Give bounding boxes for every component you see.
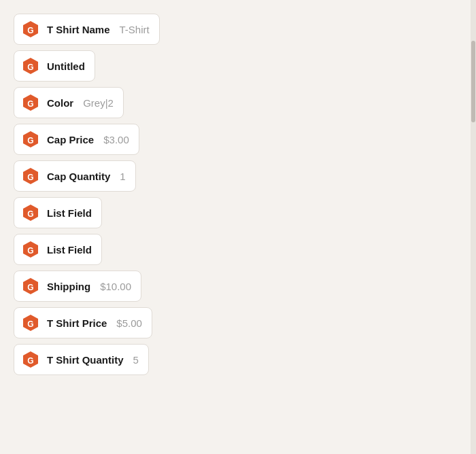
field-item-untitled[interactable]: G Untitled	[14, 50, 95, 82]
svg-text:G: G	[27, 63, 33, 72]
field-label-shipping: Shipping	[47, 281, 90, 292]
field-icon-untitled: G	[21, 56, 40, 75]
field-icon-list-field-1: G	[21, 203, 40, 222]
svg-text:G: G	[27, 356, 33, 366]
field-icon-tshirt-quantity: G	[21, 350, 40, 369]
field-icon-list-field-2: G	[21, 240, 40, 259]
field-item-tshirt-name[interactable]: G T Shirt NameT-Shirt	[14, 14, 160, 45]
svg-text:G: G	[27, 283, 33, 292]
scrollbar[interactable]	[471, 0, 476, 454]
field-value-tshirt-name: T-Shirt	[120, 24, 150, 35]
field-icon-shipping: G	[21, 277, 40, 296]
field-item-color[interactable]: G ColorGrey|2	[14, 87, 124, 118]
field-label-color: Color	[47, 97, 73, 109]
svg-text:G: G	[27, 246, 33, 256]
field-list: G T Shirt NameT-Shirt G Untitled G Color…	[14, 7, 462, 382]
field-label-tshirt-quantity: T Shirt Quantity	[47, 354, 124, 366]
svg-text:G: G	[27, 136, 33, 145]
field-label-tshirt-name: T Shirt Name	[47, 24, 110, 35]
field-item-tshirt-quantity[interactable]: G T Shirt Quantity5	[14, 344, 149, 375]
field-item-list-field-2[interactable]: G List Field	[14, 234, 102, 265]
field-icon-tshirt-price: G	[21, 313, 40, 332]
svg-text:G: G	[27, 209, 33, 219]
field-item-tshirt-price[interactable]: G T Shirt Price$5.00	[14, 307, 152, 338]
field-label-cap-quantity: Cap Quantity	[47, 171, 110, 182]
field-value-color: Grey|2	[83, 97, 114, 109]
field-label-list-field-2: List Field	[47, 244, 92, 256]
field-label-cap-price: Cap Price	[47, 134, 94, 145]
field-icon-cap-quantity: G	[21, 167, 40, 186]
field-value-cap-quantity: 1	[120, 171, 125, 182]
field-item-list-field-1[interactable]: G List Field	[14, 197, 102, 228]
field-label-list-field-1: List Field	[47, 207, 92, 219]
field-value-cap-price: $3.00	[103, 134, 129, 145]
field-item-cap-price[interactable]: G Cap Price$3.00	[14, 124, 139, 155]
field-label-tshirt-price: T Shirt Price	[47, 317, 107, 329]
field-value-shipping: $10.00	[100, 281, 131, 292]
field-value-tshirt-price: $5.00	[116, 317, 142, 329]
svg-text:G: G	[27, 173, 33, 182]
field-label-untitled: Untitled	[47, 60, 85, 72]
scrollbar-thumb[interactable]	[471, 41, 475, 122]
svg-text:G: G	[27, 26, 33, 35]
field-item-cap-quantity[interactable]: G Cap Quantity1	[14, 160, 136, 192]
field-icon-cap-price: G	[21, 130, 40, 149]
field-item-shipping[interactable]: G Shipping$10.00	[14, 270, 141, 302]
field-value-tshirt-quantity: 5	[133, 354, 139, 366]
svg-text:G: G	[27, 99, 33, 109]
field-icon-color: G	[21, 93, 40, 112]
field-icon-tshirt-name: G	[21, 20, 40, 39]
svg-text:G: G	[27, 319, 33, 329]
